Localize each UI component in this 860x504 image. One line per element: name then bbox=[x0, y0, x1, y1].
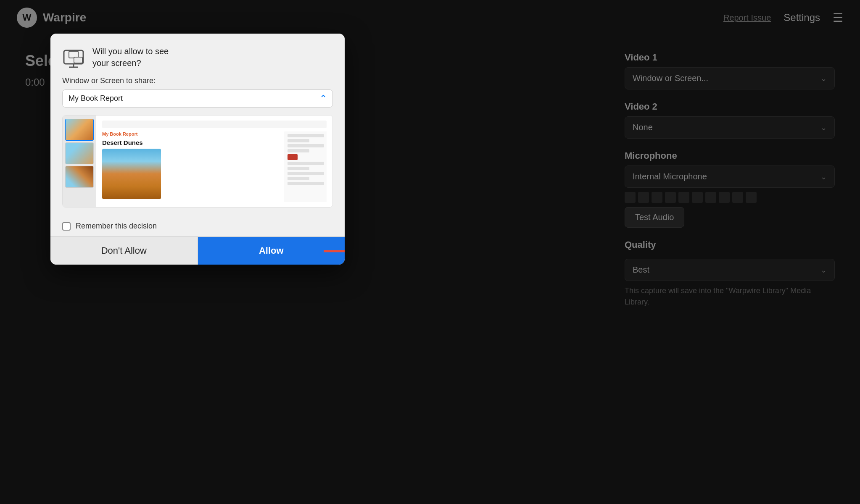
audio-bar-7 bbox=[705, 192, 716, 203]
side-line-7 bbox=[288, 172, 324, 175]
quality-dropdown[interactable]: Best ⌄ bbox=[625, 259, 835, 281]
preview-thumb-2[interactable] bbox=[65, 142, 94, 164]
side-line-8 bbox=[288, 177, 309, 180]
window-share-label: Window or Screen to share: bbox=[62, 76, 333, 85]
microphone-section: Microphone Internal Microphone ⌄ bbox=[625, 150, 835, 228]
audio-bar-8 bbox=[719, 192, 730, 203]
topbar: W Warpire Report Issue Settings ☰ bbox=[0, 0, 860, 35]
screen-preview: My Book Report Desert Dunes bbox=[62, 115, 333, 207]
window-select-value: My Book Report bbox=[69, 94, 123, 102]
color-swatch bbox=[288, 154, 298, 160]
audio-bar-5 bbox=[678, 192, 689, 203]
arrow-indicator bbox=[324, 244, 345, 260]
remember-checkbox[interactable] bbox=[62, 222, 71, 231]
app-name: Warpire bbox=[43, 11, 86, 24]
save-info-text: This capture will save into the "Warpwir… bbox=[625, 285, 835, 308]
dialog-title-text: Will you allow to see your screen? bbox=[92, 45, 169, 69]
preview-main-area: My Book Report Desert Dunes bbox=[96, 116, 332, 207]
preview-toolbar-bar bbox=[102, 121, 327, 128]
video1-dropdown[interactable]: Window or Screen... ⌄ bbox=[625, 67, 835, 89]
audio-level-bars bbox=[625, 192, 835, 203]
preview-desert-image bbox=[102, 149, 161, 199]
logo-area: W Warpire bbox=[17, 8, 86, 28]
video1-label: Video 1 bbox=[625, 52, 835, 63]
quality-dropdown-wrapper: Best ⌄ bbox=[625, 259, 835, 281]
dialog-title-block: Will you allow to see your screen? bbox=[92, 45, 169, 69]
preview-doc-title-text: My Book Report bbox=[102, 131, 280, 136]
audio-bar-1 bbox=[625, 192, 636, 203]
side-line-5 bbox=[288, 162, 324, 165]
hamburger-icon[interactable]: ☰ bbox=[833, 11, 843, 25]
video2-dropdown[interactable]: None ⌄ bbox=[625, 116, 835, 139]
preview-thumb-3[interactable] bbox=[65, 166, 94, 188]
audio-bar-6 bbox=[692, 192, 703, 203]
side-line-6 bbox=[288, 167, 309, 170]
video2-section: Video 2 None ⌄ bbox=[625, 101, 835, 139]
microphone-dropdown-wrapper: Internal Microphone ⌄ bbox=[625, 165, 835, 188]
window-select-wrapper: My Book Report ⌃ bbox=[62, 89, 333, 108]
screen-share-icon bbox=[62, 47, 85, 70]
quality-section: Quality Best ⌄ This capture will save in… bbox=[625, 239, 835, 308]
video2-label: Video 2 bbox=[625, 101, 835, 112]
logo-icon: W bbox=[17, 8, 37, 28]
video1-chevron-icon: ⌄ bbox=[820, 74, 827, 83]
video2-dropdown-wrapper: None ⌄ bbox=[625, 116, 835, 139]
audio-bar-2 bbox=[638, 192, 649, 203]
video2-chevron-icon: ⌄ bbox=[820, 123, 827, 132]
audio-bar-3 bbox=[652, 192, 662, 203]
preview-thumbnail-sidebar bbox=[63, 116, 96, 207]
side-line-3 bbox=[288, 144, 324, 147]
dialog-buttons: Don't Allow Allow bbox=[50, 236, 345, 265]
remember-decision-row: Remember this decision bbox=[50, 216, 345, 236]
preview-doc-heading-text: Desert Dunes bbox=[102, 139, 280, 146]
test-audio-button[interactable]: Test Audio bbox=[625, 207, 684, 228]
svg-rect-5 bbox=[75, 58, 82, 62]
side-line-4 bbox=[288, 149, 309, 152]
dialog-body: Window or Screen to share: My Book Repor… bbox=[50, 76, 345, 216]
audio-bar-10 bbox=[746, 192, 757, 203]
settings-link[interactable]: Settings bbox=[783, 12, 820, 24]
video1-dropdown-wrapper: Window or Screen... ⌄ bbox=[625, 67, 835, 89]
video1-section: Video 1 Window or Screen... ⌄ bbox=[625, 52, 835, 89]
topbar-right: Report Issue Settings ☰ bbox=[723, 11, 843, 25]
window-select[interactable]: My Book Report bbox=[62, 89, 333, 108]
preview-content-area: My Book Report Desert Dunes bbox=[102, 131, 327, 202]
microphone-dropdown[interactable]: Internal Microphone ⌄ bbox=[625, 165, 835, 188]
side-line-9 bbox=[288, 182, 324, 185]
quality-value: Best bbox=[633, 265, 649, 275]
microphone-value: Internal Microphone bbox=[633, 172, 707, 181]
dont-allow-button[interactable]: Don't Allow bbox=[50, 237, 198, 265]
video1-value: Window or Screen... bbox=[633, 74, 708, 83]
audio-bar-4 bbox=[665, 192, 676, 203]
report-issue-link[interactable]: Report Issue bbox=[723, 13, 771, 23]
right-panel: Video 1 Window or Screen... ⌄ Video 2 No… bbox=[625, 52, 835, 308]
preview-sidebar-panel bbox=[285, 131, 327, 202]
allow-button[interactable]: Allow bbox=[198, 237, 345, 265]
dialog-header: Will you allow to see your screen? bbox=[50, 34, 345, 76]
window-select-chevron-icon: ⌃ bbox=[319, 93, 327, 104]
screen-share-dialog: Will you allow to see your screen? Windo… bbox=[50, 34, 345, 265]
audio-bar-9 bbox=[732, 192, 743, 203]
microphone-label: Microphone bbox=[625, 150, 835, 161]
video2-value: None bbox=[633, 123, 653, 132]
side-line-1 bbox=[288, 134, 324, 137]
side-line-2 bbox=[288, 139, 309, 142]
preview-thumb-1[interactable] bbox=[65, 119, 94, 141]
preview-document: My Book Report Desert Dunes bbox=[102, 131, 280, 202]
quality-chevron-icon: ⌄ bbox=[820, 265, 827, 275]
microphone-chevron-icon: ⌄ bbox=[820, 172, 827, 181]
quality-label: Quality bbox=[625, 239, 835, 250]
remember-label: Remember this decision bbox=[76, 222, 157, 231]
